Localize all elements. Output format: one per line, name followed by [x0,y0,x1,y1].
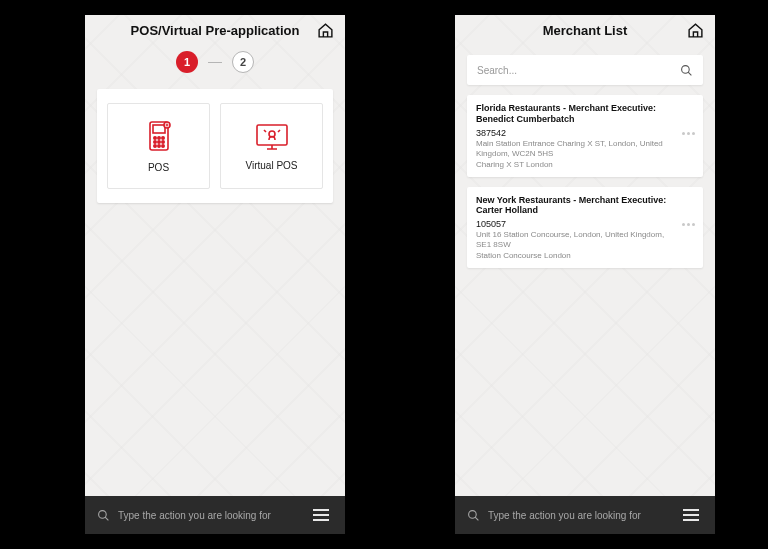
merchant-address: Unit 16 Station Concourse, London, Unite… [476,230,694,250]
page-title: Merchant List [543,23,628,38]
svg-point-5 [153,140,155,142]
action-search[interactable]: Type the action you are looking for [97,509,309,522]
merchant-title: New York Restaurants - Merchant Executiv… [476,195,694,217]
merchant-card[interactable]: Florida Restaurants - Merchant Executive… [467,95,703,177]
more-button[interactable] [679,216,697,234]
svg-point-10 [161,144,163,146]
merchant-branch: Charing X ST London [476,160,694,169]
svg-point-6 [157,140,159,142]
action-search-placeholder: Type the action you are looking for [488,510,641,521]
svg-point-7 [161,140,163,142]
svg-point-8 [153,144,155,146]
screen-merchant-list: Merchant List Search... Florida Restaura… [455,15,715,534]
pos-terminal-icon [144,120,174,154]
screen-pos-preapplication: POS/Virtual Pre-application 1 2 [85,15,345,534]
more-button[interactable] [679,124,697,142]
bottom-bar: Type the action you are looking for [455,496,715,534]
virtual-pos-icon [254,122,290,152]
home-button[interactable] [685,20,705,40]
home-icon [687,22,704,39]
menu-icon [312,508,330,522]
step-1[interactable]: 1 [176,51,198,73]
step-2[interactable]: 2 [232,51,254,73]
svg-point-14 [99,510,107,518]
menu-button[interactable] [679,503,703,527]
page-title: POS/Virtual Pre-application [131,23,300,38]
merchant-id: 105057 [476,219,694,229]
merchant-id: 387542 [476,128,694,138]
header: POS/Virtual Pre-application [85,15,345,45]
search-icon [467,509,480,522]
merchant-list: Florida Restaurants - Merchant Executive… [467,95,703,268]
menu-icon [682,508,700,522]
svg-point-16 [469,510,477,518]
option-pos-label: POS [148,162,169,173]
search-icon [680,64,693,77]
bottom-bar: Type the action you are looking for [85,496,345,534]
svg-rect-1 [153,125,165,133]
search-placeholder: Search... [477,65,680,76]
merchant-card[interactable]: New York Restaurants - Merchant Executiv… [467,187,703,269]
svg-point-15 [682,65,690,73]
step-2-label: 2 [240,56,246,68]
option-virtual-pos-label: Virtual POS [245,160,297,171]
merchant-branch: Station Concourse London [476,251,694,260]
svg-point-3 [157,136,159,138]
option-virtual-pos[interactable]: Virtual POS [220,103,323,189]
svg-point-4 [161,136,163,138]
background-pattern [455,15,715,534]
action-search-placeholder: Type the action you are looking for [118,510,271,521]
svg-point-2 [153,136,155,138]
merchant-title: Florida Restaurants - Merchant Executive… [476,103,694,125]
option-pos[interactable]: POS [107,103,210,189]
header: Merchant List [455,15,715,45]
merchant-address: Main Station Entrance Charing X ST, Lond… [476,139,694,159]
search-input[interactable]: Search... [467,55,703,85]
svg-rect-12 [257,125,287,145]
menu-button[interactable] [309,503,333,527]
more-icon [682,132,695,135]
home-button[interactable] [315,20,335,40]
step-1-label: 1 [184,56,190,68]
wizard-steps: 1 2 [85,51,345,73]
action-search[interactable]: Type the action you are looking for [467,509,679,522]
more-icon [682,223,695,226]
home-icon [317,22,334,39]
svg-point-9 [157,144,159,146]
search-icon [97,509,110,522]
option-panel: POS Virtual POS [97,89,333,203]
step-connector [208,62,222,63]
